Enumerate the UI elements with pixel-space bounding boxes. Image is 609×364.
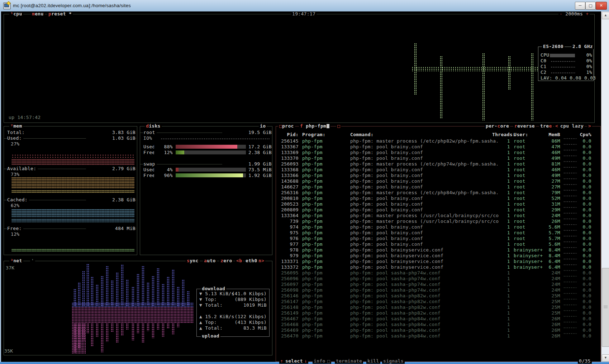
cell-program: php-fpm [302,196,323,201]
column-threads[interactable]: Threads: [492,132,510,138]
disk-root-size: 19.5 GiB [222,130,272,135]
disks-io-toggle[interactable]: io [259,124,267,129]
process-row[interactable]: 256093php-fpmphp-fpm: master process (/e… [280,161,597,167]
cell-cpu: 0.0 [577,316,591,322]
process-row[interactable]: 256148php-fpmphp-fpm: pool sasha-php82w.… [280,305,597,310]
select-up-arrow[interactable]: ↑ [279,359,284,364]
select-button[interactable]: select [284,359,304,364]
cell-command: php-fpm: pool brainy.conf [350,201,423,207]
process-row[interactable]: 200809php-fpmphp-fpm: pool brainy.conf1r… [280,207,597,213]
process-row[interactable]: 256147php-fpmphp-fpm: pool sasha-php82w.… [280,299,597,305]
process-table: 256145php-fpmphp-fpm: master process (/e… [280,138,597,339]
titlebar[interactable]: mc [root@a202.itdeveloper.com.ua]:/home/… [0,0,609,12]
process-row[interactable]: 256467php-fpmphp-fpm: pool sasha-php84w.… [280,316,597,322]
process-row[interactable]: 739php-fpmphp-fpm: master process (/usr/… [280,219,597,224]
process-row[interactable]: 133371php-fpmphp-fpm: pool brainyservice… [280,259,597,264]
process-row[interactable]: 133367php-fpmphp-fpm: pool brainy.conf1r… [280,144,597,150]
net-zero-toggle[interactable]: zero [219,258,233,263]
disks-box-toggle[interactable]: disks [145,124,162,129]
terminate-button[interactable]: terminate [335,359,363,364]
column-memb[interactable]: MemB [542,132,560,138]
process-row[interactable]: 256316php-fpmphp-fpm: master process (/e… [280,190,597,196]
info-button[interactable]: info [313,359,327,364]
net-upload-graph-column [152,323,154,338]
menu-button[interactable]: menu [31,11,45,16]
per-core-toggle[interactable]: per-core [485,124,510,129]
minimize-button[interactable]: ─ [575,2,585,10]
sort-mode[interactable]: cpu lazy [559,124,585,129]
preset-button[interactable]: preset * [47,11,73,16]
process-row[interactable]: 256149php-fpmphp-fpm: pool sasha-php82w.… [280,310,597,316]
process-row[interactable]: 977php-fpmphp-fpm: pool brainy.conf1root… [280,241,597,247]
sort-prev-button[interactable]: < [554,124,559,129]
process-row[interactable]: 200810php-fpmphp-fpm: pool brainy.conf1r… [280,196,597,201]
column-program[interactable]: Program: [302,132,325,138]
column-user[interactable]: User: [514,132,528,138]
process-row[interactable]: 256470php-fpmphp-fpm: pool sasha-php84w.… [280,333,597,339]
reverse-toggle[interactable]: reverse [513,124,536,129]
process-row[interactable]: 256469php-fpmphp-fpm: pool sasha-php84w.… [280,327,597,333]
process-row[interactable]: 978php-fpmphp-fpm: pool brainyservice.co… [280,247,597,253]
process-row[interactable]: 133364php-fpmphp-fpm: master process (/u… [280,213,597,219]
process-row[interactable]: 976php-fpmphp-fpm: pool brainy.conf1root… [280,236,597,241]
process-row[interactable]: 133366php-fpmphp-fpm: pool brainy.conf1r… [280,173,597,178]
net-sync-toggle[interactable]: sync [186,258,200,263]
net-upload-graph-column [78,323,81,348]
process-row[interactable]: 256146php-fpmphp-fpm: pool sasha-php82w.… [280,293,597,299]
process-row[interactable]: 256145php-fpmphp-fpm: master process (/e… [280,138,597,144]
process-row[interactable]: 974php-fpmphp-fpm: pool brainy.conf1root… [280,224,597,230]
signals-button[interactable]: signals [382,359,405,364]
net-next-interface-button[interactable]: n> [257,258,265,263]
scroll-down-button[interactable]: ▼ [602,354,609,362]
process-row[interactable]: 133368php-fpmphp-fpm: pool brainy.conf1r… [280,167,597,173]
process-row[interactable]: 143688php-fpmphp-fpm: pool brainy.conf1r… [280,178,597,184]
close-button[interactable]: ✕ [596,2,607,10]
net-download-graph-column [78,282,81,306]
column-command[interactable]: Command: [350,132,374,138]
cpu-graph-column [440,56,443,119]
cell-pid: 200810 [280,196,299,201]
process-row[interactable]: 256098php-fpmphp-fpm: pool sasha-php74w.… [280,287,597,293]
proc-filter-input[interactable]: f php-fpm [299,124,330,129]
load-average: LAV: 0.04 0.08 0.03 [541,75,596,81]
maximize-button[interactable]: ▢ [585,2,596,10]
cell-pid: 256097 [280,282,299,287]
process-row[interactable]: 256095php-fpmphp-fpm: pool sasha-php74w.… [280,270,597,276]
interval-minus-button[interactable]: - [560,11,562,16]
column-cpu[interactable]: Cpu% [577,132,591,138]
process-row[interactable]: 975php-fpmphp-fpm: pool brainy.conf1root… [280,230,597,236]
sort-next-button[interactable]: > [587,124,592,129]
process-row[interactable]: 256097php-fpmphp-fpm: pool sasha-php74w.… [280,282,597,287]
process-row[interactable]: 200523php-fpmphp-fpm: pool brainy.conf1r… [280,201,597,207]
scrollbar-thumb[interactable] [602,268,609,347]
tree-toggle[interactable]: tree [539,124,553,129]
kill-button[interactable]: kill [366,359,380,364]
scroll-up-button[interactable]: ▲ [602,12,609,19]
process-row[interactable]: 133370php-fpmphp-fpm: pool brainy.conf1r… [280,155,597,161]
cell-command: php-fpm: pool sasha-php82w.conf [350,299,441,305]
process-row[interactable]: 979php-fpmphp-fpm: pool brainyservice.co… [280,253,597,259]
select-down-arrow[interactable]: ↓ [303,359,308,364]
process-row[interactable]: 256468php-fpmphp-fpm: pool sasha-php84w.… [280,322,597,327]
interval-control[interactable]: - 2000ms + [558,11,590,16]
cell-program: php-fpm [302,299,323,305]
process-row[interactable]: 133369php-fpmphp-fpm: pool brainy.conf1r… [280,150,597,155]
column-pid[interactable]: Pid: [280,132,299,138]
process-row[interactable]: 133372php-fpmphp-fpm: pool brainyservice… [280,264,597,270]
process-row[interactable]: 256096php-fpmphp-fpm: pool sasha-php74w.… [280,276,597,282]
filter-clear-button[interactable]: □ [336,124,341,129]
net-download-graph-column [116,272,119,306]
cpu-mini-graph [564,287,577,288]
net-prev-interface-button[interactable]: <b [235,258,243,263]
mem-box-toggle[interactable]: ²mem [9,124,23,129]
cell-memb: 26M [542,322,560,327]
terminal-scrollbar[interactable]: ▲ ▼ [601,11,609,362]
cell-cpu: 0.0 [577,138,591,144]
cpu-box-toggle[interactable]: ¹cpu [9,11,23,16]
net-box-toggle[interactable]: ³net [9,258,23,263]
interval-plus-button[interactable]: + [586,11,589,16]
proc-box-toggle[interactable]: □proc [278,124,295,129]
cell-memb: 29M [542,207,560,213]
process-row[interactable]: 146627php-fpmphp-fpm: pool brainy.conf1r… [280,184,597,190]
net-auto-toggle[interactable]: auto [203,258,217,263]
